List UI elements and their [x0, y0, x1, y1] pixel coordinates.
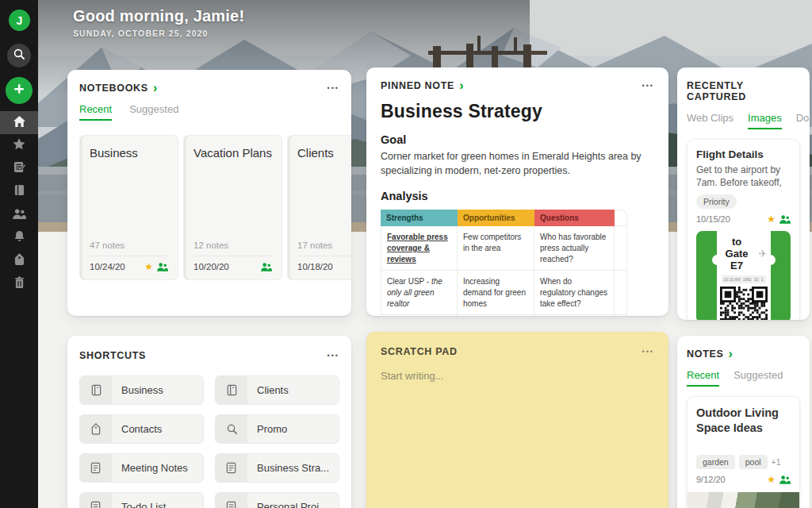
notebooks-title: NOTEBOOKS [79, 83, 148, 94]
scratch-pad-title: SCRATCH PAD [381, 346, 458, 357]
flight-date: 10/15/20 [696, 214, 730, 224]
sidebar: J [0, 0, 38, 508]
goal-text: Corner market for green homes in Emerald… [381, 150, 642, 179]
notebooks-more-icon[interactable]: ••• [327, 84, 339, 92]
boarding-pass-image: to Gate E7 ✈ 10:15 AM 1982 32 1 [696, 231, 791, 320]
swot-cell: Favorable press coverage & reviews [381, 226, 458, 271]
tag-more-count[interactable]: +1 [772, 457, 781, 467]
tab-documents[interactable]: Do [796, 112, 810, 129]
tab-suggested[interactable]: Suggested [129, 103, 178, 121]
notebook-cover-vacation-plans[interactable]: Vacation Plans 12 notes 10/20/20 [183, 135, 282, 280]
pass-info-strip: 10:15 AM 1982 32 1 [722, 275, 766, 283]
tag-garden[interactable]: garden [696, 455, 735, 469]
sidebar-item-notifications[interactable] [0, 226, 38, 249]
captured-title: RECENTLY CAPTURED [687, 80, 800, 102]
sidebar-item-starred[interactable] [0, 134, 38, 157]
shortcut-clients[interactable]: Clients [215, 375, 339, 405]
tab-recent[interactable]: Recent [687, 369, 719, 387]
greeting-text: Good morning, Jamie! [73, 7, 244, 25]
cover-note-count: 47 notes [90, 241, 168, 256]
notebook-icon [216, 376, 247, 404]
swot-cell-blank [615, 315, 627, 317]
shared-icon [779, 214, 791, 224]
shortcuts-more-icon[interactable]: ••• [327, 352, 339, 360]
flight-details-note[interactable]: Flight Details Get to the airport by 7am… [687, 139, 800, 320]
notes-chevron-icon[interactable]: › [729, 350, 733, 358]
notebook-cover-clients[interactable]: Clients 17 notes 10/18/20 [287, 135, 351, 280]
note-icon [216, 454, 247, 482]
sidebar-nav [0, 111, 38, 295]
shared-icon [157, 262, 168, 271]
sidebar-item-home[interactable] [0, 111, 38, 134]
greeting-date: SUNDAY, OCTOBER 25, 2020 [73, 29, 244, 38]
sidebar-item-notebooks[interactable] [0, 180, 38, 203]
flight-title: Flight Details [696, 148, 791, 160]
shortcut-promo[interactable]: Promo [215, 414, 339, 444]
priority-tag[interactable]: Priority [696, 194, 737, 209]
cover-title: Business [90, 146, 168, 161]
note-thumbnail-photo [688, 492, 799, 508]
search-button[interactable] [7, 44, 31, 67]
pinned-note-title[interactable]: Business Strategy [381, 101, 654, 122]
swot-cell-blank [615, 226, 627, 271]
notebook-covers: Business 47 notes 10/24/20 ★ Vacation Pl… [79, 135, 339, 280]
scratch-more-icon[interactable]: ••• [642, 348, 654, 356]
note-icon [216, 493, 247, 508]
cover-note-count: 17 notes [297, 241, 351, 256]
note-outdoor-living[interactable]: Outdoor Living Space Ideas garden pool +… [687, 396, 800, 508]
swot-cell: Can you expect more [534, 315, 615, 317]
swot-cell: When do regulatory changes take effect? [534, 271, 615, 315]
shortcut-business[interactable]: Business [79, 375, 204, 405]
tab-suggested[interactable]: Suggested [733, 369, 783, 387]
cover-title: Vacation Plans [193, 146, 272, 161]
star-icon: ★ [767, 475, 776, 484]
note-icon [80, 454, 112, 482]
sidebar-item-tags[interactable] [0, 249, 38, 272]
avatar[interactable]: J [9, 10, 30, 31]
tab-images[interactable]: Images [748, 112, 782, 129]
notes-title: NOTES [687, 348, 724, 360]
pinned-title: PINNED NOTE [381, 80, 454, 91]
people-icon [13, 208, 26, 222]
tag-pool[interactable]: pool [739, 455, 768, 469]
shortcut-business-strategy[interactable]: Business Stra... [215, 453, 339, 483]
tab-recent[interactable]: Recent [79, 103, 112, 121]
swot-cell-blank [615, 271, 627, 315]
cover-date: 10/24/20 [90, 262, 125, 271]
swot-cell: Who has favorable press actually reached… [534, 226, 615, 271]
sidebar-item-notes[interactable] [0, 157, 38, 180]
note-date: 9/12/20 [696, 475, 726, 484]
notebook-cover-business[interactable]: Business 47 notes 10/24/20 ★ [79, 135, 178, 280]
new-note-button[interactable] [6, 77, 33, 104]
notebooks-chevron-icon[interactable]: › [153, 84, 157, 92]
recently-captured-card: RECENTLY CAPTURED Web Clips Images Do Fl… [677, 67, 810, 320]
home-icon [13, 115, 26, 131]
pinned-chevron-icon[interactable]: › [459, 82, 463, 90]
shortcut-contacts[interactable]: Contacts [79, 414, 204, 444]
shortcuts-title: SHORTCUTS [79, 350, 146, 361]
shortcuts-grid: Business Clients Contacts Promo Meeting … [79, 375, 339, 508]
note-icon [13, 161, 25, 176]
shortcut-personal-project[interactable]: Personal Proj... [215, 492, 339, 508]
shortcut-todo-list[interactable]: To-do List [79, 492, 204, 508]
captured-tabs: Web Clips Images Do [687, 112, 800, 129]
pinned-more-icon[interactable]: ••• [642, 82, 654, 90]
tag-icon [14, 253, 25, 268]
search-icon [13, 48, 25, 64]
swot-header-blank [615, 210, 627, 226]
star-icon: ★ [767, 214, 776, 224]
pass-right-bar [771, 231, 791, 320]
swot-header-strengths: Strengths [381, 210, 458, 226]
notes-card: NOTES › Recent Suggested Outdoor Living … [677, 336, 810, 508]
notes-tabs: Recent Suggested [687, 369, 800, 387]
notebook-icon [13, 184, 25, 199]
flight-text: Get to the airport by 7am. Before takeof… [696, 164, 791, 189]
scratch-pad-input[interactable]: Start writing... [381, 370, 654, 382]
note-icon [80, 493, 112, 508]
sidebar-item-trash[interactable] [0, 272, 38, 295]
tab-web-clips[interactable]: Web Clips [687, 112, 733, 129]
swot-header-questions: Questions [534, 210, 615, 226]
sidebar-item-shared[interactable] [0, 203, 38, 226]
shortcut-meeting-notes[interactable]: Meeting Notes [79, 453, 204, 483]
swot-cell: Clear USP - the only all green realtor [381, 271, 458, 315]
